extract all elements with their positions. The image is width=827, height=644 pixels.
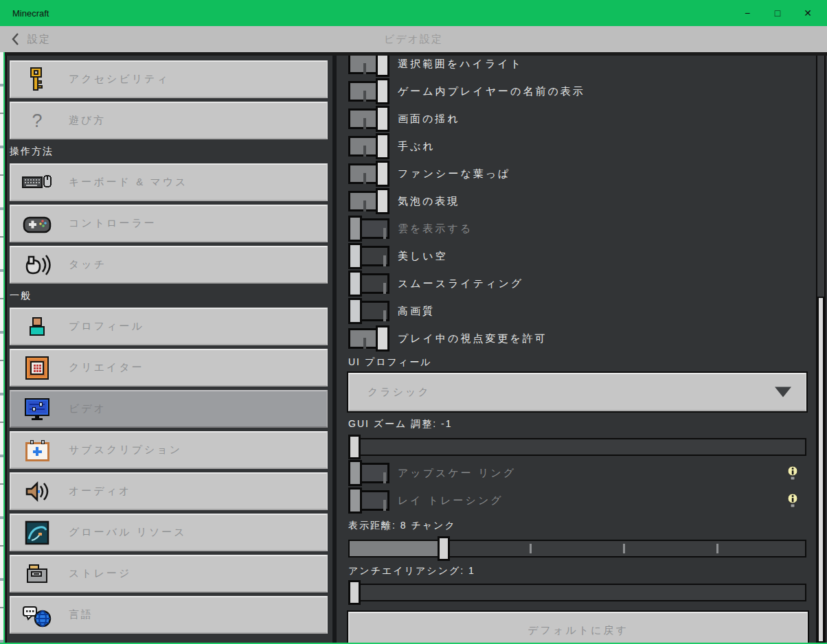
ui-profile-dropdown[interactable]: クラシック bbox=[348, 373, 806, 411]
info-bulb-icon[interactable] bbox=[787, 465, 798, 481]
toggle-render-clouds bbox=[348, 216, 389, 242]
setting-row-fancy-leaves: ファンシーな葉っぱ bbox=[348, 160, 808, 187]
sidebar-item-touch[interactable]: タッチ bbox=[10, 246, 328, 284]
question-icon: ? bbox=[22, 107, 52, 135]
toggle-highlight-selection[interactable] bbox=[348, 56, 389, 77]
chevron-down-icon bbox=[775, 387, 791, 398]
slider-track[interactable] bbox=[348, 540, 806, 557]
slider-track[interactable] bbox=[348, 438, 806, 456]
sidebar-item-audio[interactable]: オーディオ bbox=[10, 472, 328, 510]
sidebar-item-label: オーディオ bbox=[69, 485, 131, 498]
slider-tick bbox=[623, 544, 625, 553]
sidebar-item-subscriptions[interactable]: サブスクリプション bbox=[10, 431, 328, 469]
sidebar-item-language[interactable]: 言語 bbox=[10, 596, 328, 634]
video-icon bbox=[22, 395, 52, 423]
antialiasing-slider[interactable] bbox=[348, 580, 806, 605]
toggle-screen-shake[interactable] bbox=[348, 106, 389, 132]
ui-profile-label: UI プロフィール bbox=[348, 356, 808, 369]
svg-text:?: ? bbox=[32, 111, 42, 131]
touch-icon bbox=[22, 251, 52, 279]
gui-zoom-label: GUI ズーム 調整: -1 bbox=[348, 418, 808, 430]
sidebar-item-accessibility[interactable]: アクセシビリティ bbox=[10, 60, 328, 98]
toggle-smooth-lighting[interactable] bbox=[348, 271, 389, 297]
setting-row-raytracing: レイ トレーシング bbox=[348, 487, 808, 514]
sidebar-item-video[interactable]: ビデオ bbox=[10, 390, 328, 428]
toggle-raytracing bbox=[348, 487, 389, 514]
sidebar-item-label: グローバル リソース bbox=[69, 526, 187, 539]
toggle-upscaling bbox=[348, 460, 389, 486]
sidebar-item-profile[interactable]: プロフィール bbox=[10, 308, 328, 345]
ui-profile-value: クラシック bbox=[367, 386, 431, 399]
sidebar-item-label: ビデオ bbox=[69, 402, 106, 415]
subscriptions-icon bbox=[22, 437, 52, 464]
sidebar-item-creator[interactable]: クリエイター bbox=[10, 349, 328, 387]
gui-zoom-slider[interactable] bbox=[348, 435, 806, 459]
toggle-view-perspective[interactable] bbox=[348, 325, 389, 352]
close-button[interactable]: ✕ bbox=[793, 0, 823, 26]
render-distance-label: 表示距離: 8 チャンク bbox=[348, 520, 808, 532]
setting-row-player-names: ゲーム内プレイヤーの名前の表示 bbox=[348, 78, 808, 105]
header-bar: 設定 ビデオ設定 bbox=[0, 26, 827, 52]
titlebar: Minecraft − □ ✕ bbox=[0, 0, 827, 26]
setting-row-fancy-graphics: 高画質 bbox=[348, 297, 808, 325]
toggle-fancy-leaves[interactable] bbox=[348, 161, 389, 187]
sidebar-item-label: タッチ bbox=[69, 258, 106, 271]
sidebar-item-label: プロフィール bbox=[69, 320, 144, 333]
global-resources-icon bbox=[22, 519, 52, 547]
profile-icon bbox=[22, 313, 52, 341]
toggle-player-names[interactable] bbox=[348, 78, 389, 104]
close-icon: ✕ bbox=[804, 8, 812, 19]
sidebar-item-label: サブスクリプション bbox=[69, 444, 182, 457]
toggle-beautiful-skies[interactable] bbox=[348, 243, 389, 269]
toggle-fancy-bubbles[interactable] bbox=[348, 188, 389, 214]
toggle-fancy-graphics[interactable] bbox=[348, 298, 389, 324]
scrollbar-thumb[interactable] bbox=[817, 297, 824, 643]
sidebar-section-general: 一般 bbox=[10, 287, 328, 305]
maximize-button[interactable]: □ bbox=[762, 0, 793, 26]
sidebar-item-storage[interactable]: ストレージ bbox=[10, 555, 328, 593]
sidebar-item-global-resources[interactable]: グローバル リソース bbox=[10, 514, 328, 551]
minecraft-window: Minecraft − □ ✕ 設定 ビデオ設定 bbox=[0, 0, 827, 644]
window-title: Minecraft bbox=[12, 8, 49, 19]
setting-row-smooth-lighting: スムースライティング bbox=[348, 270, 808, 297]
sidebar-item-controller[interactable]: コントローラー bbox=[10, 205, 328, 242]
window-controls: − □ ✕ bbox=[732, 0, 823, 26]
sidebar-item-how-to-play[interactable]: ? 遊び方 bbox=[10, 102, 328, 139]
sidebar-item-label: 言語 bbox=[69, 608, 93, 621]
window-frame-left bbox=[3, 52, 5, 644]
sidebar-item-label: アクセシビリティ bbox=[69, 73, 170, 86]
slider-tick bbox=[530, 544, 532, 553]
setting-row-screen-shake: 画面の揺れ bbox=[348, 105, 808, 133]
sidebar-item-label: クリエイター bbox=[69, 361, 144, 374]
slider-fill bbox=[350, 541, 443, 556]
creator-icon bbox=[22, 354, 52, 382]
setting-row-upscaling: アップスケー リング bbox=[348, 459, 808, 487]
setting-row-hand-shake: 手ぶれ bbox=[348, 133, 808, 160]
render-distance-slider[interactable] bbox=[348, 536, 806, 561]
slider-knob[interactable] bbox=[348, 580, 361, 605]
info-bulb-icon[interactable] bbox=[787, 492, 798, 509]
minimize-button[interactable]: − bbox=[732, 0, 762, 26]
sidebar-item-label: 遊び方 bbox=[69, 114, 106, 127]
slider-knob[interactable] bbox=[348, 435, 361, 459]
slider-knob[interactable] bbox=[438, 536, 450, 561]
setting-row-render-clouds: 雲を表示する bbox=[348, 215, 808, 242]
storage-icon bbox=[22, 560, 52, 588]
video-settings-panel: 選択範囲をハイライト ゲーム内プレイヤーの名前の表示 画面の揺れ 手ぶれ ファン… bbox=[337, 56, 815, 644]
sidebar-item-keyboard-mouse[interactable]: キーボード & マウス bbox=[10, 163, 328, 201]
keyboard-mouse-icon bbox=[22, 169, 52, 196]
content-scrollbar[interactable] bbox=[816, 56, 826, 643]
sidebar-item-label: コントローラー bbox=[69, 217, 157, 230]
page-title: ビデオ設定 bbox=[0, 26, 827, 52]
key-icon bbox=[22, 66, 52, 93]
minimize-icon: − bbox=[745, 8, 750, 19]
reset-defaults-button[interactable]: デフォルトに戻す bbox=[348, 612, 808, 644]
sidebar-item-label: キーボード & マウス bbox=[69, 176, 188, 189]
antialiasing-label: アンチエイリアシング: 1 bbox=[348, 565, 808, 577]
slider-track[interactable] bbox=[348, 584, 806, 601]
sidebar: アクセシビリティ ? 遊び方 操作方法 bbox=[7, 56, 332, 643]
sidebar-item-label: ストレージ bbox=[69, 567, 131, 580]
language-icon bbox=[22, 601, 52, 629]
toggle-hand-shake[interactable] bbox=[348, 133, 389, 159]
audio-icon bbox=[22, 478, 52, 505]
